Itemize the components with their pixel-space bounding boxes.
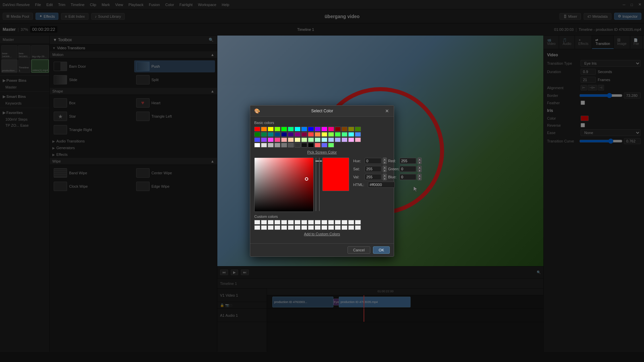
basic-color-swatch[interactable] (341, 127, 347, 131)
basic-color-swatch[interactable] (281, 137, 287, 142)
custom-color-swatch[interactable] (268, 220, 274, 225)
custom-color-swatch[interactable] (355, 220, 361, 225)
hue-down[interactable]: ▼ (383, 161, 387, 164)
custom-color-swatch[interactable] (355, 225, 361, 230)
basic-color-swatch[interactable] (348, 127, 354, 131)
basic-color-swatch[interactable] (288, 132, 294, 137)
basic-color-swatch[interactable] (315, 132, 321, 137)
val-up[interactable]: ▲ (383, 174, 387, 177)
custom-color-swatch[interactable] (308, 225, 314, 230)
basic-color-swatch[interactable] (288, 137, 294, 142)
alpha-slider[interactable] (319, 158, 320, 211)
basic-color-swatch[interactable] (261, 137, 267, 142)
custom-color-swatch[interactable] (321, 225, 327, 230)
custom-color-swatch[interactable] (315, 220, 321, 225)
red-down[interactable]: ▼ (418, 161, 422, 164)
custom-color-swatch[interactable] (254, 220, 260, 225)
basic-color-swatch[interactable] (321, 143, 327, 147)
red-input[interactable] (399, 158, 416, 164)
basic-color-swatch[interactable] (321, 132, 327, 137)
basic-color-swatch[interactable] (315, 143, 321, 147)
basic-color-swatch[interactable] (268, 127, 274, 131)
cancel-button[interactable]: Cancel (347, 246, 370, 254)
basic-color-swatch[interactable] (294, 137, 301, 142)
hue-input[interactable] (365, 158, 381, 164)
basic-color-swatch[interactable] (268, 143, 274, 147)
basic-color-swatch[interactable] (328, 127, 334, 131)
custom-color-swatch[interactable] (308, 220, 314, 225)
basic-color-swatch[interactable] (315, 137, 321, 142)
sat-up[interactable]: ▲ (383, 166, 387, 169)
basic-color-swatch[interactable] (341, 132, 347, 137)
basic-color-swatch[interactable] (301, 137, 307, 142)
custom-color-swatch[interactable] (268, 225, 274, 230)
pick-screen-color-btn[interactable]: Pick Screen Color (254, 150, 390, 154)
basic-color-swatch[interactable] (301, 132, 307, 137)
custom-color-swatch[interactable] (274, 220, 280, 225)
color-gradient-canvas[interactable] (254, 158, 314, 212)
basic-color-swatch[interactable] (261, 132, 267, 137)
custom-color-swatch[interactable] (274, 225, 280, 230)
dialog-close-btn[interactable]: ✕ (384, 108, 390, 114)
custom-color-swatch[interactable] (348, 220, 354, 225)
custom-color-swatch[interactable] (281, 225, 287, 230)
basic-color-swatch[interactable] (335, 127, 341, 131)
basic-color-swatch[interactable] (308, 127, 314, 131)
add-custom-colors-btn[interactable]: Add to Custom Colors (254, 232, 390, 236)
basic-color-swatch[interactable] (355, 127, 361, 131)
custom-color-swatch[interactable] (261, 225, 267, 230)
basic-color-swatch[interactable] (301, 143, 307, 147)
hue-slider[interactable] (316, 158, 316, 211)
green-input[interactable] (399, 166, 416, 172)
basic-color-swatch[interactable] (254, 127, 260, 131)
blue-down[interactable]: ▼ (418, 177, 422, 180)
custom-color-swatch[interactable] (288, 220, 294, 225)
basic-color-swatch[interactable] (268, 137, 274, 142)
custom-color-swatch[interactable] (315, 225, 321, 230)
basic-color-swatch[interactable] (348, 137, 354, 142)
hue-up[interactable]: ▲ (383, 158, 387, 161)
sat-down[interactable]: ▼ (383, 169, 387, 172)
custom-color-swatch[interactable] (321, 220, 327, 225)
basic-color-swatch[interactable] (335, 137, 341, 142)
basic-color-swatch[interactable] (348, 132, 354, 137)
basic-color-swatch[interactable] (294, 132, 301, 137)
basic-color-swatch[interactable] (281, 132, 287, 137)
custom-color-swatch[interactable] (328, 220, 334, 225)
basic-color-swatch[interactable] (341, 137, 347, 142)
green-up[interactable]: ▲ (418, 166, 422, 169)
basic-color-swatch[interactable] (261, 143, 267, 147)
basic-color-swatch[interactable] (328, 137, 334, 142)
basic-color-swatch[interactable] (328, 143, 334, 147)
custom-color-swatch[interactable] (294, 225, 301, 230)
ok-button[interactable]: OK (373, 246, 390, 254)
html-input[interactable] (368, 182, 395, 188)
custom-color-swatch[interactable] (335, 225, 341, 230)
basic-color-swatch[interactable] (308, 143, 314, 147)
custom-color-swatch[interactable] (294, 220, 301, 225)
custom-color-swatch[interactable] (254, 225, 260, 230)
custom-color-swatch[interactable] (348, 225, 354, 230)
basic-color-swatch[interactable] (308, 132, 314, 137)
basic-color-swatch[interactable] (288, 127, 294, 131)
blue-input[interactable] (399, 174, 416, 180)
basic-color-swatch[interactable] (274, 132, 280, 137)
custom-color-swatch[interactable] (301, 225, 307, 230)
basic-color-swatch[interactable] (355, 132, 361, 137)
basic-color-swatch[interactable] (315, 127, 321, 131)
basic-color-swatch[interactable] (261, 127, 267, 131)
basic-color-swatch[interactable] (321, 127, 327, 131)
custom-color-swatch[interactable] (341, 220, 347, 225)
basic-color-swatch[interactable] (281, 143, 287, 147)
basic-color-swatch[interactable] (274, 143, 280, 147)
green-down[interactable]: ▼ (418, 169, 422, 172)
basic-color-swatch[interactable] (328, 132, 334, 137)
blue-up[interactable]: ▲ (418, 174, 422, 177)
color-gradient-container[interactable] (254, 158, 313, 211)
basic-color-swatch[interactable] (308, 137, 314, 142)
basic-color-swatch[interactable] (355, 137, 361, 142)
custom-color-swatch[interactable] (288, 225, 294, 230)
basic-color-swatch[interactable] (274, 127, 280, 131)
basic-color-swatch[interactable] (281, 127, 287, 131)
basic-color-swatch[interactable] (321, 137, 327, 142)
